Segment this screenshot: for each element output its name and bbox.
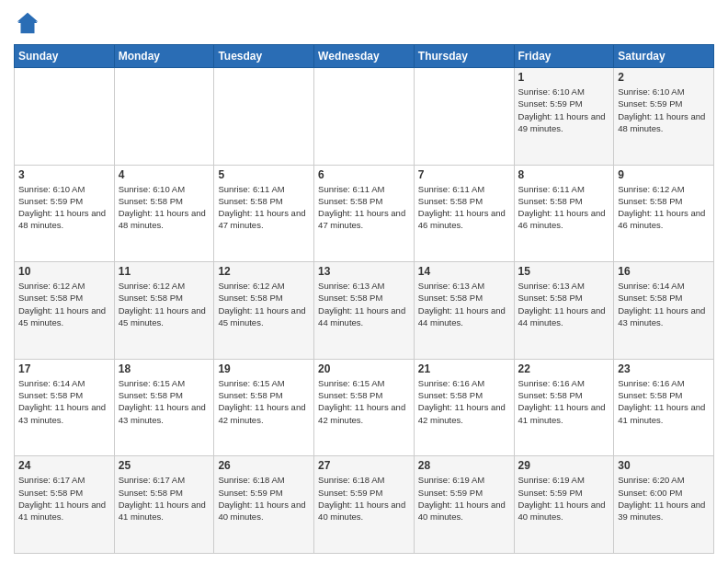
calendar-week-row: 3Sunrise: 6:10 AM Sunset: 5:59 PM Daylig… [15,165,714,262]
calendar-day-header: Friday [514,45,614,68]
day-info: Sunrise: 6:11 AM Sunset: 5:58 PM Dayligh… [518,183,610,232]
day-info: Sunrise: 6:10 AM Sunset: 5:59 PM Dayligh… [618,86,710,134]
calendar-day-cell: 27Sunrise: 6:18 AM Sunset: 5:59 PM Dayli… [314,456,415,554]
calendar-day-cell: 24Sunrise: 6:17 AM Sunset: 5:58 PM Dayli… [15,456,115,554]
calendar-day-cell [414,68,514,166]
day-number: 8 [518,168,610,181]
calendar-day-cell: 22Sunrise: 6:16 AM Sunset: 5:58 PM Dayli… [514,359,614,456]
calendar-day-cell: 10Sunrise: 6:12 AM Sunset: 5:58 PM Dayli… [15,262,115,360]
day-number: 22 [518,362,610,375]
calendar-day-cell: 13Sunrise: 6:13 AM Sunset: 5:58 PM Dayli… [314,262,415,360]
calendar-day-header: Saturday [614,45,714,68]
day-info: Sunrise: 6:16 AM Sunset: 5:58 PM Dayligh… [518,377,610,426]
day-number: 18 [119,362,210,375]
day-number: 30 [618,459,710,472]
day-number: 1 [518,71,610,84]
calendar-day-cell: 25Sunrise: 6:17 AM Sunset: 5:58 PM Dayli… [114,456,214,554]
calendar-day-cell: 30Sunrise: 6:20 AM Sunset: 6:00 PM Dayli… [614,456,714,554]
day-number: 17 [18,362,110,375]
calendar-header-row: SundayMondayTuesdayWednesdayThursdayFrid… [15,45,714,68]
calendar-day-cell [15,68,115,166]
calendar-day-cell: 19Sunrise: 6:15 AM Sunset: 5:58 PM Dayli… [214,359,314,456]
day-number: 6 [318,168,410,181]
calendar-day-cell: 7Sunrise: 6:11 AM Sunset: 5:58 PM Daylig… [414,165,514,262]
day-number: 16 [618,265,710,278]
day-number: 13 [318,265,410,278]
day-number: 11 [119,265,210,278]
day-info: Sunrise: 6:13 AM Sunset: 5:58 PM Dayligh… [418,280,510,328]
day-info: Sunrise: 6:16 AM Sunset: 5:58 PM Dayligh… [618,377,710,426]
day-info: Sunrise: 6:15 AM Sunset: 5:58 PM Dayligh… [119,377,210,426]
calendar-day-cell: 15Sunrise: 6:13 AM Sunset: 5:58 PM Dayli… [514,262,614,360]
calendar-day-cell: 23Sunrise: 6:16 AM Sunset: 5:58 PM Dayli… [614,359,714,456]
calendar-week-row: 1Sunrise: 6:10 AM Sunset: 5:59 PM Daylig… [15,68,714,166]
day-number: 2 [618,71,710,84]
day-number: 24 [18,459,110,472]
calendar-day-cell: 2Sunrise: 6:10 AM Sunset: 5:59 PM Daylig… [614,68,714,166]
calendar-day-cell [114,68,214,166]
logo [14,9,45,37]
day-info: Sunrise: 6:11 AM Sunset: 5:58 PM Dayligh… [418,183,510,232]
day-number: 12 [218,265,310,278]
day-info: Sunrise: 6:18 AM Sunset: 5:59 PM Dayligh… [318,474,410,523]
day-number: 26 [218,459,310,472]
day-number: 20 [318,362,410,375]
day-info: Sunrise: 6:14 AM Sunset: 5:58 PM Dayligh… [618,280,710,328]
calendar-day-cell: 6Sunrise: 6:11 AM Sunset: 5:58 PM Daylig… [314,165,415,262]
calendar-day-cell: 16Sunrise: 6:14 AM Sunset: 5:58 PM Dayli… [614,262,714,360]
calendar-day-cell [314,68,415,166]
day-number: 10 [18,265,110,278]
day-number: 14 [418,265,510,278]
calendar-week-row: 10Sunrise: 6:12 AM Sunset: 5:58 PM Dayli… [15,262,714,360]
day-number: 9 [618,168,710,181]
day-info: Sunrise: 6:19 AM Sunset: 5:59 PM Dayligh… [418,474,510,523]
page: SundayMondayTuesdayWednesdayThursdayFrid… [0,0,728,563]
day-info: Sunrise: 6:11 AM Sunset: 5:58 PM Dayligh… [318,183,410,232]
day-info: Sunrise: 6:12 AM Sunset: 5:58 PM Dayligh… [218,280,310,328]
day-info: Sunrise: 6:15 AM Sunset: 5:58 PM Dayligh… [318,377,410,426]
day-info: Sunrise: 6:10 AM Sunset: 5:59 PM Dayligh… [518,86,610,134]
day-number: 5 [218,168,310,181]
calendar-day-cell: 3Sunrise: 6:10 AM Sunset: 5:59 PM Daylig… [15,165,115,262]
day-info: Sunrise: 6:12 AM Sunset: 5:58 PM Dayligh… [18,280,110,328]
day-info: Sunrise: 6:13 AM Sunset: 5:58 PM Dayligh… [518,280,610,328]
day-info: Sunrise: 6:12 AM Sunset: 5:58 PM Dayligh… [618,183,710,232]
calendar-day-cell: 8Sunrise: 6:11 AM Sunset: 5:58 PM Daylig… [514,165,614,262]
day-number: 21 [418,362,510,375]
day-number: 23 [618,362,710,375]
calendar-day-cell: 20Sunrise: 6:15 AM Sunset: 5:58 PM Dayli… [314,359,415,456]
calendar-day-cell: 18Sunrise: 6:15 AM Sunset: 5:58 PM Dayli… [114,359,214,456]
day-number: 4 [119,168,210,181]
day-number: 27 [318,459,410,472]
day-number: 29 [518,459,610,472]
day-info: Sunrise: 6:20 AM Sunset: 6:00 PM Dayligh… [618,474,710,523]
day-info: Sunrise: 6:13 AM Sunset: 5:58 PM Dayligh… [318,280,410,328]
day-info: Sunrise: 6:15 AM Sunset: 5:58 PM Dayligh… [218,377,310,426]
calendar-day-cell: 4Sunrise: 6:10 AM Sunset: 5:58 PM Daylig… [114,165,214,262]
calendar-day-cell: 5Sunrise: 6:11 AM Sunset: 5:58 PM Daylig… [214,165,314,262]
calendar-day-header: Wednesday [314,45,415,68]
day-info: Sunrise: 6:10 AM Sunset: 5:58 PM Dayligh… [119,183,210,232]
calendar-day-cell: 26Sunrise: 6:18 AM Sunset: 5:59 PM Dayli… [214,456,314,554]
calendar-day-cell: 29Sunrise: 6:19 AM Sunset: 5:59 PM Dayli… [514,456,614,554]
calendar-day-cell: 1Sunrise: 6:10 AM Sunset: 5:59 PM Daylig… [514,68,614,166]
header [14,9,714,37]
day-info: Sunrise: 6:17 AM Sunset: 5:58 PM Dayligh… [119,474,210,523]
calendar-day-cell: 21Sunrise: 6:16 AM Sunset: 5:58 PM Dayli… [414,359,514,456]
calendar-day-header: Tuesday [214,45,314,68]
day-number: 28 [418,459,510,472]
day-number: 3 [18,168,110,181]
day-info: Sunrise: 6:16 AM Sunset: 5:58 PM Dayligh… [418,377,510,426]
calendar-day-cell: 17Sunrise: 6:14 AM Sunset: 5:58 PM Dayli… [15,359,115,456]
calendar-day-header: Monday [114,45,214,68]
day-info: Sunrise: 6:19 AM Sunset: 5:59 PM Dayligh… [518,474,610,523]
calendar-table: SundayMondayTuesdayWednesdayThursdayFrid… [14,44,714,554]
day-info: Sunrise: 6:10 AM Sunset: 5:59 PM Dayligh… [18,183,110,232]
calendar-week-row: 17Sunrise: 6:14 AM Sunset: 5:58 PM Dayli… [15,359,714,456]
calendar-day-cell: 12Sunrise: 6:12 AM Sunset: 5:58 PM Dayli… [214,262,314,360]
logo-icon [14,9,41,37]
day-number: 19 [218,362,310,375]
calendar-day-header: Thursday [414,45,514,68]
calendar-day-cell: 28Sunrise: 6:19 AM Sunset: 5:59 PM Dayli… [414,456,514,554]
day-number: 7 [418,168,510,181]
